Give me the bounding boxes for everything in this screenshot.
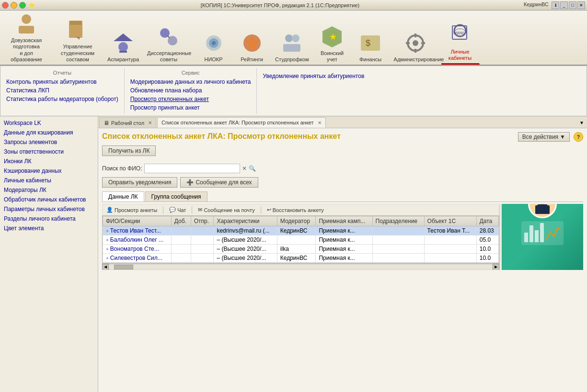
tab-desktop[interactable]: 🖥 Рабочий стол ✕ [99,117,156,128]
link-stat[interactable]: Статистика ЛКП [6,86,118,95]
expand-icon[interactable]: + [106,246,109,252]
col-obj[interactable]: Объект 1С [424,216,476,226]
restore-label: Восстановить анкету [273,207,324,213]
table-row[interactable]: +Силевестров Сил... – (Высшее 2020/... К… [103,254,499,263]
link-moderation[interactable]: Модерирование данных из личного кабинета [130,78,251,86]
link-accepted[interactable]: Просмотр принятых анкет [130,103,251,112]
toolbar-admin[interactable]: Администрирование [390,12,441,65]
expand-icon[interactable]: + [106,256,109,261]
chat-button[interactable]: 💬 Чат [166,206,189,214]
sidebar-item-color[interactable]: Цвет элемента [0,224,98,233]
all-actions-button[interactable]: Все действия ▼ [518,132,570,142]
view-anketa-button[interactable]: 👤 Просмотр анкеты [104,206,160,214]
restore-icon[interactable]: □ [569,1,576,9]
close-icon[interactable]: ✕ [577,1,585,9]
sidebar: Workspace LK Данные для кэширования Запр… [0,116,98,392]
get-from-lk-button[interactable]: Получить из ЛК [102,146,156,156]
col-char[interactable]: Характеристики [214,216,277,226]
send-email-button[interactable]: ✉ Сообщение на почту [195,206,257,214]
link-notif-accepted[interactable]: Уведомление принятых абитуриентов [263,72,366,80]
notify-button[interactable]: Оправить уведомления [102,177,177,188]
sidebar-item-icons[interactable]: Иконки ЛК [0,157,98,166]
toolbar-aspir[interactable]: Аспирантура [104,12,143,65]
scroll-thumb[interactable] [114,265,133,269]
svg-rect-18 [283,44,300,52]
svg-point-16 [285,34,293,42]
chevron-down-icon: ▼ [560,134,565,140]
link-control[interactable]: Контроль принятых абитуриентов [6,78,118,86]
tab-desktop-close[interactable]: ✕ [148,120,152,125]
chat-label: Чат [177,207,186,213]
link-rejected[interactable]: Просмотр отклоненных анкет [130,95,251,103]
minimize-icon[interactable]: _ [560,1,568,9]
toolbar-ratings[interactable]: Рейтинги [233,12,271,65]
sidebar-item-caching[interactable]: Кэширование данных [0,166,98,176]
toolbar-students[interactable]: Управлениестуденческим составом [52,12,104,65]
search-go-icon[interactable]: 🔍 [249,165,256,172]
search-clear-icon[interactable]: ✕ [242,165,247,172]
search-input[interactable] [144,164,240,173]
tab-scroll[interactable]: ▼ [577,119,586,126]
side-widget [499,204,583,270]
info-button[interactable]: ℹ [552,1,559,9]
table-row[interactable]: +Балаболкин Олег ... – (Высшее 2020/... … [103,235,499,245]
sidebar-item-params[interactable]: Параметры личных кабинетов [0,204,98,214]
inner-tab-group[interactable]: Группа сообщения [145,191,207,202]
user-name: КедринВС [524,1,549,9]
sidebar-item-processor[interactable]: Обработчик личных кабинетов [0,195,98,204]
table-toolbar: 👤 Просмотр анкеты 💬 Чат ✉ Сообщение на п… [102,204,499,215]
scroll-track[interactable] [109,265,492,269]
col-pod[interactable]: Подразделение [372,216,424,226]
maximize-button[interactable] [19,2,26,9]
close-button[interactable] [2,2,9,9]
scroll-left-btn[interactable]: ◀ [102,264,109,270]
sidebar-item-personal[interactable]: Личные кабинеты [0,176,98,185]
expand-icon[interactable]: + [106,237,109,243]
col-camp[interactable]: Приемная камп... [316,216,372,226]
expand-icon[interactable]: + [106,228,109,234]
toolbar-lk[interactable]: www Личныекабинеты [441,12,480,65]
toolbar-finance[interactable]: $ Финансы [352,12,390,65]
restore-button[interactable]: ↩ Восстановить анкету [264,206,327,214]
table-row[interactable]: +Тестов Иван Тест... kedrinvs@mail.ru (.… [103,226,499,235]
toolbar-voenniy[interactable]: ★ Воинскийучет [313,12,352,65]
cell-dob [171,245,191,254]
toolbar-priem[interactable]: Довузовская подготовкаи доп образование [1,12,52,65]
admin-label: Администрирование [394,56,437,63]
sidebar-item-cache-data[interactable]: Данные для кэширования [0,128,98,137]
window-controls[interactable] [2,2,26,9]
svg-rect-4 [70,23,81,24]
toolbar-niokr[interactable]: НИОКР [195,12,233,65]
link-update-plan[interactable]: Обновление плана набора [130,86,251,95]
sidebar-item-zones[interactable]: Зоны ответственности [0,147,98,157]
table-row[interactable]: +Вономатров Сте... – (Высшее 2020/... il… [103,245,499,254]
search-row: Поиск по ФИО: ✕ 🔍 [102,164,583,173]
col-fio[interactable]: ФИО/Секции [103,216,172,226]
col-otp[interactable]: Отпр. [191,216,214,226]
h-scrollbar[interactable]: ◀ ▶ [102,263,499,270]
tab-rejected-close[interactable]: ✕ [318,120,322,125]
help-button[interactable]: ? [574,132,583,142]
sidebar-item-workspace[interactable]: Workspace LK [0,118,98,128]
sep3 [261,206,261,214]
col-moder[interactable]: Модератор [277,216,316,226]
inner-tab-data[interactable]: Данные ЛК [102,191,144,202]
message-button[interactable]: ➕ Сообщение для всех [180,177,258,188]
data-table-wrapper[interactable]: ФИО/Секции Доб. Отпр. Характеристики Мод… [102,215,499,263]
sidebar-item-sections[interactable]: Разделы личного кабинета [0,214,98,224]
sidebar-item-requests[interactable]: Запросы элементов [0,137,98,147]
cell-moder [277,235,316,245]
link-statwork[interactable]: Статистика работы модераторов (оборот) [6,95,118,103]
col-dob[interactable]: Доб. [171,216,191,226]
sidebar-item-moderators[interactable]: Модераторы ЛК [0,185,98,195]
aspir-icon [112,32,135,55]
tab-rejected[interactable]: Список отклоненных анкет ЛКА: Просмотр о… [157,117,326,128]
minimize-button[interactable] [11,2,17,9]
cell-camp: Приемная к... [316,245,372,254]
toolbar-stud[interactable]: Студпрофком [271,12,313,65]
toolbar-disser[interactable]: Диссертационныесоветы [143,12,195,65]
scroll-right-btn[interactable]: ▶ [493,264,499,270]
main-area: Workspace LK Данные для кэширования Запр… [0,116,587,392]
cell-obj [424,235,476,245]
col-date[interactable]: Дата [476,216,498,226]
